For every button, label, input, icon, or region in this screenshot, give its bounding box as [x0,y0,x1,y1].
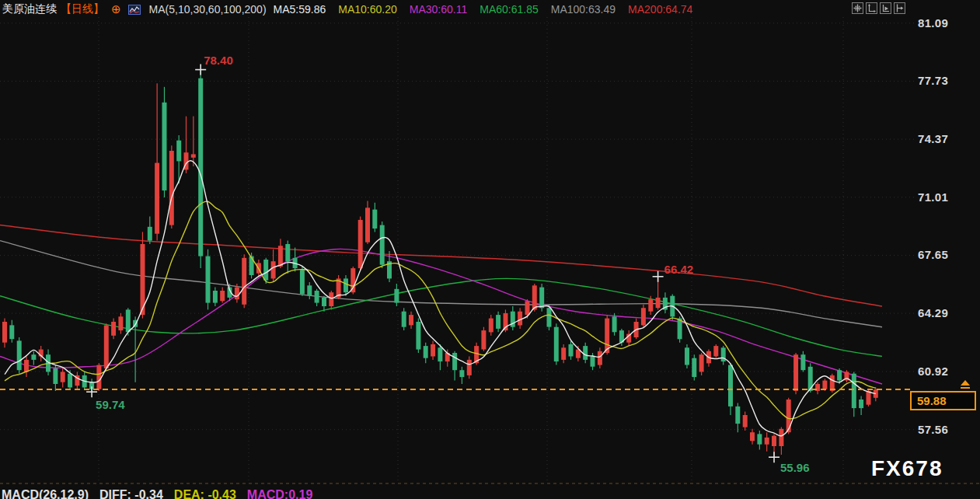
y-axis-label: 74.37 [918,132,948,145]
trading-chart-window: 59.7478.4066.4255.96 美原油连续【日线】 ⊕ MA(5,10… [0,0,980,499]
extreme-price-label: 55.96 [780,461,810,474]
ma-value: MA5:59.86 [274,3,326,16]
ma-value: MA100:63.49 [551,3,616,16]
add-indicator-icon[interactable]: ⊕ [111,2,121,16]
auto-scale-icon[interactable] [880,2,891,14]
instrument-title: 美原油连续 [2,2,57,16]
chart-type-icon[interactable] [128,5,141,15]
go-to-latest-icon[interactable] [894,2,905,14]
ma30-line [0,249,882,384]
ma-settings-label: MA(5,10,30,60,100,200) [149,3,267,16]
ma-value: MA200:64.74 [628,3,692,16]
ma-values: MA5:59.86MA10:60.20MA30:60.11MA60:61.85M… [274,3,693,16]
macd-indicator-bar: MACD(26,12,9)DIFF: -0.34DEA: -0.43MACD:0… [2,488,323,499]
annotations-layer: 59.7478.4066.4255.96 [86,54,809,475]
ma-value: MA30:60.11 [410,3,467,16]
y-axis-label: 57.56 [918,423,948,436]
macd-diff-value: DIFF: -0.34 [99,488,163,499]
extreme-price-label: 66.42 [664,263,694,276]
ma10-line [5,201,876,419]
grid-layer [0,17,980,483]
y-axis-label: 60.92 [918,365,948,378]
ma5-line [5,161,876,436]
y-axis-label: 67.65 [918,248,948,261]
y-axis-label: 71.01 [918,190,948,204]
extreme-price-label: 78.40 [204,54,233,67]
pan-tool-icon[interactable] [852,2,863,14]
ma-value: MA60:61.85 [480,3,539,16]
ma-fast-layer [5,161,876,436]
price-tag-arrow-icon[interactable] [961,380,970,386]
chart-toolbar [852,2,905,14]
macd-dea-value: DEA: -0.43 [174,488,236,499]
chart-header: 美原油连续【日线】 ⊕ MA(5,10,30,60,100,200) MA5:5… [2,2,692,17]
ma200-line [0,225,882,306]
ma60-line [0,278,882,356]
watermark: FX678 [871,456,943,481]
current-price-tag: 59.88 [910,391,976,410]
extreme-price-label: 59.74 [96,398,125,411]
y-axis-label: 81.09 [918,16,948,30]
candlestick-chart[interactable]: 59.7478.4066.4255.96 [0,0,980,499]
y-axis-label: 64.29 [918,306,948,319]
y-axis-label: 77.73 [918,74,948,87]
ma-value: MA10:60.20 [338,3,397,16]
candles-layer [2,70,878,458]
macd-macd-value: MACD:0.19 [247,488,312,499]
period-label: 【日线】 [61,2,104,16]
x-axis-scale-icon[interactable] [866,2,877,14]
price-tag-arrow-base [961,387,970,389]
macd-params-label: MACD(26,12,9) [2,488,89,499]
